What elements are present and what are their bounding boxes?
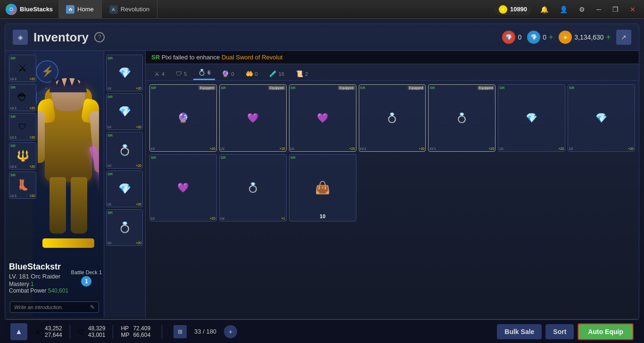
titlebar-right: ● 10890 🔔 👤 ⚙ ─ ❐ ✕ xyxy=(494,4,644,15)
tab-revolution[interactable]: ⚔ Revolution xyxy=(102,0,157,19)
grid-item-7[interactable]: SR 💎 LV. +20 xyxy=(568,84,635,152)
notif-sr-badge: SR xyxy=(151,54,160,61)
gold-resource: ● 3,134,630 + xyxy=(559,31,611,44)
tab-gloves[interactable]: 🤲0 xyxy=(241,67,263,80)
bottom-actions: Bulk Sale Sort Auto Equip xyxy=(497,323,634,340)
stat-separator-1 xyxy=(70,325,70,339)
attack-values: 43,252 27,644 xyxy=(45,325,62,338)
sort-button[interactable]: Sort xyxy=(545,324,574,339)
notifications-btn[interactable]: 🔔 xyxy=(537,5,551,14)
quick-items-panel: SR 💎 LV. +20 SR 💎 LV. +20 SR 💍 LV. +20 xyxy=(104,51,146,318)
maximize-btn[interactable]: ❐ xyxy=(610,5,621,14)
inventory-title: Inventory xyxy=(33,30,89,45)
red-gems-count: 0 xyxy=(518,33,521,41)
combat-power: Combat Power 540,601 xyxy=(9,287,68,294)
blue-gem-icon: 💎 xyxy=(527,31,540,44)
app-name: BlueStacks xyxy=(20,6,53,13)
def1: 48,329 xyxy=(88,325,106,332)
red-gem-icon: 💎 xyxy=(502,31,515,44)
atk1: 43,252 xyxy=(45,325,62,332)
red-gems-resource: 💎 0 xyxy=(502,31,521,44)
notif-text: Pixi failed to enhance xyxy=(162,54,220,61)
inventory-content: SR ⚔ LV.1 +20 SR ⛑ LV.1 +20 SR 🛡 LV xyxy=(5,51,639,318)
home-tab-icon: 🏠 xyxy=(66,5,74,14)
game-area: ◈ Inventory ? 💎 0 💎 0 + ● 3,134,630 + xyxy=(0,19,644,343)
attack-icon: ⚔ xyxy=(35,328,41,335)
attack-stats: ⚔ 43,252 27,644 xyxy=(35,325,62,338)
inventory-tab-bar: ⚔4 🛡5 💍6 🔮0 🤲0 🧪16 xyxy=(146,64,639,81)
defense-values: 48,329 43,001 xyxy=(88,325,106,338)
gold-icon: ● xyxy=(559,31,572,44)
boots-slot[interactable]: SR 👢 LV.1 +20 xyxy=(9,172,36,199)
quick-item-2[interactable]: SR 💎 LV. +20 xyxy=(106,93,143,130)
blue-gems-resource: 💎 0 + xyxy=(527,31,553,44)
header-resources: 💎 0 💎 0 + ● 3,134,630 + ↗ xyxy=(502,30,631,45)
tab-home[interactable]: 🏠 Home xyxy=(58,0,102,19)
defense-icon: 🛡 xyxy=(78,328,84,335)
inventory-count: 33 / 180 xyxy=(194,328,216,335)
chest-slot[interactable]: SR 🛡 LV.1 +20 xyxy=(9,113,36,140)
inventory-header: ◈ Inventory ? 💎 0 💎 0 + ● 3,134,630 + xyxy=(5,24,639,51)
coins-display: ● 10890 xyxy=(494,4,532,15)
tab-scrolls[interactable]: 📜2 xyxy=(291,67,313,80)
quick-item-4[interactable]: SR 💎 LV. +20 xyxy=(106,171,143,207)
minimize-btn[interactable]: ─ xyxy=(594,5,604,14)
add-gold-btn[interactable]: + xyxy=(606,33,611,41)
auto-equip-button[interactable]: Auto Equip xyxy=(578,323,634,340)
revolution-tab-label: Revolution xyxy=(121,6,149,13)
back-button[interactable]: ◈ xyxy=(13,30,28,45)
quick-item-3[interactable]: SR 💍 LV. +20 xyxy=(106,132,143,169)
inv-count-text: 33 / 180 xyxy=(194,328,216,335)
expand-button[interactable]: ▲ xyxy=(10,323,27,340)
tab-potions[interactable]: 🧪16 xyxy=(264,67,289,80)
grid-item-8[interactable]: SR 💜 LV. +20 xyxy=(149,154,217,221)
gold-count: 3,134,630 xyxy=(574,33,603,41)
bottom-bar: ▲ ⚔ 43,252 27,644 🛡 48,329 43,001 HP MP … xyxy=(5,319,639,343)
grid-item-3[interactable]: SR Equipped 💜 LV. +20 xyxy=(289,84,356,152)
grid-item-bag[interactable]: SR 👜 10 xyxy=(289,154,356,221)
export-button[interactable]: ↗ xyxy=(616,30,631,45)
grid-item-5[interactable]: SR Equipped 💍 LV.1 +20 xyxy=(428,84,495,152)
add-slot-button[interactable]: + xyxy=(224,325,237,338)
hp-value: 72,409 xyxy=(133,325,150,332)
tab-armor[interactable]: 🛡5 xyxy=(171,67,191,80)
hp-mp-values: 72,409 66,604 xyxy=(133,325,150,338)
help-button[interactable]: ? xyxy=(94,32,105,42)
defense-stats: 🛡 48,329 43,001 xyxy=(78,325,106,338)
legs-slot[interactable]: SR 🔱 LV.1 +20 xyxy=(9,142,36,170)
grid-item-4[interactable]: SR Equipped 💍 LV.1 +20 xyxy=(359,84,426,152)
coin-amount: 10890 xyxy=(510,6,527,13)
character-name: BlueStackstr xyxy=(9,262,68,272)
tab-weapons[interactable]: ⚔4 xyxy=(149,67,169,80)
quick-item-1[interactable]: SR 💎 LV. +20 xyxy=(106,55,143,91)
profile-btn[interactable]: 👤 xyxy=(557,5,570,14)
grid-item-6[interactable]: SR 💎 LV. +20 xyxy=(498,84,565,152)
tab-shield[interactable]: 🔮0 xyxy=(217,67,239,80)
grid-item-2[interactable]: SR Equipped 💜 LV. +20 xyxy=(219,84,287,152)
settings-btn[interactable]: ⚙ xyxy=(576,5,588,14)
grid-item-9[interactable]: SR 💍 LV. +1 xyxy=(219,154,287,221)
grid-view-button[interactable]: ⊞ xyxy=(173,325,187,338)
bulk-sale-button[interactable]: Bulk Sale xyxy=(497,324,542,339)
battle-deck-number[interactable]: 1 xyxy=(81,276,91,286)
notification-bar: SR Pixi failed to enhance Dual Sword of … xyxy=(146,51,639,64)
quick-item-5[interactable]: SR 💍 LV. +20 xyxy=(106,209,143,246)
weapon-slot[interactable]: SR ⚔ LV.1 +20 xyxy=(9,55,36,82)
revolution-tab-icon: ⚔ xyxy=(109,5,118,14)
hp-mp-labels: HP MP xyxy=(121,325,129,338)
character-mastery: Mastery 1 xyxy=(9,281,68,287)
grid-item-1[interactable]: SR Equipped 🔮 LV. +20 xyxy=(149,84,217,152)
bs-logo-icon: ⬡ xyxy=(6,4,17,15)
hp-mp-stats: HP MP 72,409 66,604 xyxy=(121,325,150,338)
atk2: 27,644 xyxy=(45,332,62,338)
home-tab-label: Home xyxy=(77,6,94,13)
add-blue-gems-btn[interactable]: + xyxy=(549,33,553,41)
blue-gems-count: 0 xyxy=(543,33,546,41)
mp-value: 66,604 xyxy=(133,332,150,338)
helmet-slot[interactable]: SR ⛑ LV.1 +20 xyxy=(9,84,36,111)
inventory-panel: ◈ Inventory ? 💎 0 💎 0 + ● 3,134,630 + xyxy=(5,24,639,319)
character-level: LV. 181 Orc Raider xyxy=(9,273,68,280)
right-inventory-panel: SR Pixi failed to enhance Dual Sword of … xyxy=(146,51,639,318)
close-btn[interactable]: ✕ xyxy=(627,5,638,14)
tab-accessories[interactable]: 💍6 xyxy=(193,66,215,80)
